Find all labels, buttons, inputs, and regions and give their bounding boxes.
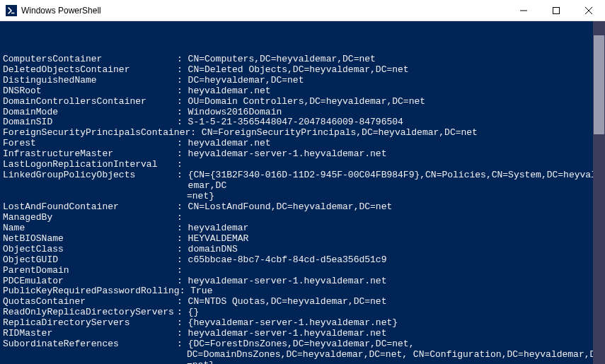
property-value: {} — [188, 307, 602, 318]
property-value: CN=Computers,DC=heyvaldemar,DC=net — [188, 54, 602, 65]
property-key: DNSRoot — [3, 86, 177, 97]
maximize-icon — [553, 7, 560, 14]
property-row: Name: heyvaldemar — [3, 223, 602, 234]
property-row: InfrastructureMaster: heyvaldemar-server… — [3, 149, 602, 160]
property-key: SubordinateReferences — [3, 339, 177, 350]
property-key: ObjectClass — [3, 245, 177, 255]
property-row: ParentDomain: — [3, 266, 602, 276]
property-value: domainDNS — [188, 245, 602, 255]
colon: : — [177, 54, 188, 65]
colon: : — [177, 76, 188, 86]
colon: : — [177, 139, 188, 149]
property-row: DomainControllersContainer: OU=Domain Co… — [3, 97, 602, 107]
close-icon — [585, 7, 592, 14]
property-value: OU=Domain Controllers,DC=heyvaldemar,DC=… — [188, 97, 602, 107]
property-value — [188, 160, 602, 170]
colon: : — [177, 107, 188, 118]
property-row: ReplicaDirectoryServers: {heyvaldemar-se… — [3, 318, 602, 329]
colon: : — [177, 65, 188, 76]
titlebar-left: Windows PowerShell — [0, 5, 101, 16]
property-key: NetBIOSName — [3, 234, 177, 245]
property-value: Windows2016Domain — [188, 107, 602, 118]
property-value: HEYVALDEMAR — [188, 234, 602, 245]
property-row: LastLogonReplicationInterval: — [3, 160, 602, 170]
property-row: ManagedBy: — [3, 213, 602, 223]
property-row: DistinguishedName: DC=heyvaldemar,DC=net — [3, 76, 602, 86]
property-key: Forest — [3, 139, 177, 149]
colon: : — [177, 170, 188, 192]
property-value: heyvaldemar-server-1.heyvaldemar.net — [188, 329, 602, 339]
property-value: CN=Deleted Objects,DC=heyvaldemar,DC=net — [188, 65, 602, 76]
property-value: CN=NTDS Quotas,DC=heyvaldemar,DC=net — [188, 297, 602, 307]
property-value: DC=heyvaldemar,DC=net — [188, 76, 602, 86]
colon: : — [177, 255, 188, 266]
colon: : — [190, 128, 202, 139]
window-titlebar: Windows PowerShell — [0, 0, 605, 21]
close-button[interactable] — [572, 0, 605, 21]
property-value: heyvaldemar-server-1.heyvaldemar.net — [188, 149, 602, 160]
window-controls — [507, 0, 605, 21]
property-value: {DC=ForestDnsZones,DC=heyvaldemar,DC=net… — [188, 339, 602, 350]
property-value: heyvaldemar-server-1.heyvaldemar.net — [188, 276, 602, 287]
property-key: ReadOnlyReplicaDirectoryServers — [3, 307, 177, 318]
property-row: ComputersContainer: CN=Computers,DC=heyv… — [3, 54, 602, 65]
property-key: ObjectGUID — [3, 255, 177, 266]
property-row: PublicKeyRequiredPasswordRolling: True — [3, 286, 602, 297]
property-key: Name — [3, 223, 177, 234]
property-row: DNSRoot: heyvaldemar.net — [3, 86, 602, 97]
property-key: DomainMode — [3, 107, 177, 118]
property-key: PublicKeyRequiredPasswordRolling — [3, 286, 180, 297]
maximize-button[interactable] — [540, 0, 572, 21]
property-key: DomainSID — [3, 117, 177, 128]
minimize-button[interactable] — [507, 0, 540, 21]
property-value: heyvaldemar.net — [188, 139, 602, 149]
colon: : — [177, 339, 188, 350]
property-row: ReadOnlyReplicaDirectoryServers: {} — [3, 307, 602, 318]
property-key: ReplicaDirectoryServers — [3, 318, 177, 329]
property-row: LostAndFoundContainer: CN=LostAndFound,D… — [3, 202, 602, 213]
colon: : — [177, 86, 188, 97]
property-row: RIDMaster: heyvaldemar-server-1.heyvalde… — [3, 329, 602, 339]
scrollbar-thumb[interactable] — [594, 35, 604, 134]
colon: : — [177, 307, 188, 318]
colon: : — [177, 297, 188, 307]
property-row: DeletedObjectsContainer: CN=Deleted Obje… — [3, 65, 602, 76]
colon: : — [177, 245, 188, 255]
minimize-icon — [520, 7, 527, 14]
colon: : — [177, 117, 188, 128]
property-key: DomainControllersContainer — [3, 97, 177, 107]
property-key: DistinguishedName — [3, 76, 177, 86]
colon: : — [177, 266, 188, 276]
output-rows: ComputersContainer: CN=Computers,DC=heyv… — [3, 54, 602, 364]
colon: : — [177, 223, 188, 234]
property-value: {CN={31B2F340-016D-11D2-945F-00C04FB984F… — [188, 170, 602, 192]
property-row: NetBIOSName: HEYVALDEMAR — [3, 234, 602, 245]
property-value — [188, 213, 602, 223]
property-key: ForeignSecurityPrincipalsContainer — [3, 128, 190, 139]
console-output[interactable]: ComputersContainer: CN=Computers,DC=heyv… — [0, 21, 605, 364]
property-key: LinkedGroupPolicyObjects — [3, 170, 177, 192]
colon: : — [177, 202, 188, 213]
svg-rect-0 — [553, 7, 560, 13]
property-value: CN=ForeignSecurityPrincipals,DC=heyvalde… — [202, 128, 602, 139]
property-key: ParentDomain — [3, 266, 177, 276]
scrollbar[interactable] — [593, 21, 605, 364]
property-key: DeletedObjectsContainer — [3, 65, 177, 76]
property-key: QuotasContainer — [3, 297, 177, 307]
property-row: QuotasContainer: CN=NTDS Quotas,DC=heyva… — [3, 297, 602, 307]
property-value: True — [190, 286, 602, 297]
property-key: PDCEmulator — [3, 276, 177, 287]
property-key: ManagedBy — [3, 213, 177, 223]
property-row: LinkedGroupPolicyObjects: {CN={31B2F340-… — [3, 170, 602, 192]
property-row: DomainMode: Windows2016Domain — [3, 107, 602, 118]
property-row: SubordinateReferences: {DC=ForestDnsZone… — [3, 339, 602, 350]
property-value-continuation: DC=DomainDnsZones,DC=heyvaldemar,DC=net,… — [3, 350, 602, 364]
colon: : — [177, 213, 188, 223]
property-row: ForeignSecurityPrincipalsContainer: CN=F… — [3, 128, 602, 139]
property-value: S-1-5-21-3565448047-2047846009-84796504 — [188, 117, 602, 128]
property-row: DomainSID: S-1-5-21-3565448047-204784600… — [3, 117, 602, 128]
property-value: heyvaldemar — [188, 223, 602, 234]
property-value: {heyvaldemar-server-1.heyvaldemar.net} — [188, 318, 602, 329]
colon: : — [177, 318, 188, 329]
property-row: PDCEmulator: heyvaldemar-server-1.heyval… — [3, 276, 602, 287]
